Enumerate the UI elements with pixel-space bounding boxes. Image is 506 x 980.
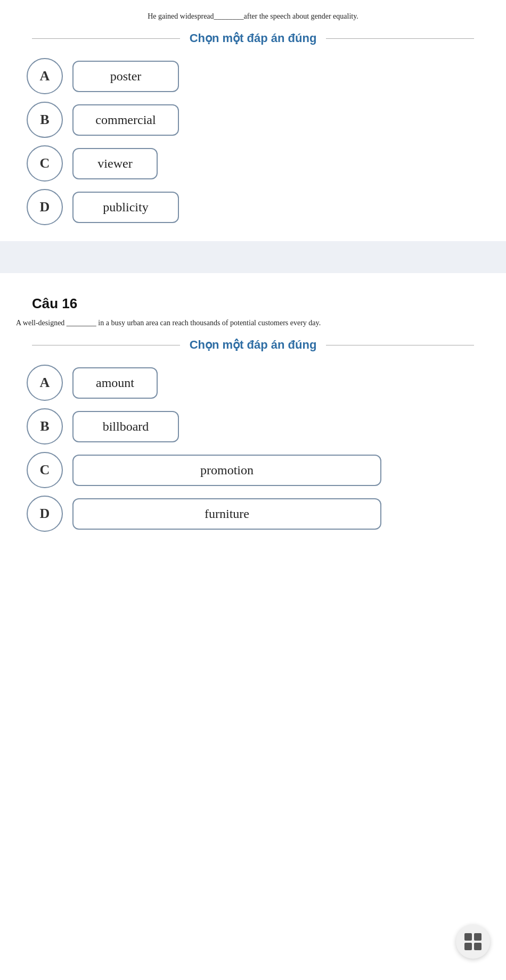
fab-grid-cell-4 <box>474 943 481 950</box>
section-label-16: Chọn một đáp án đúng <box>180 338 327 352</box>
fab-grid-cell-3 <box>464 943 472 950</box>
option-circle-15-a[interactable]: A <box>27 58 63 94</box>
option-box-15-a[interactable]: poster <box>72 61 179 92</box>
option-box-15-b[interactable]: commercial <box>72 104 179 136</box>
fab-grid-button[interactable] <box>456 925 490 959</box>
option-box-15-c[interactable]: viewer <box>72 148 158 179</box>
option-circle-16-a[interactable]: A <box>27 365 63 401</box>
question-16-block: Câu 16 A well-designed ________ in a bus… <box>0 273 506 548</box>
fab-grid-icon <box>464 933 481 950</box>
section-divider-15: Chọn một đáp án đúng <box>32 31 474 45</box>
fab-grid-cell-2 <box>474 933 481 941</box>
section-divider-16: Chọn một đáp án đúng <box>32 338 474 352</box>
fab-grid-cell-1 <box>464 933 472 941</box>
question-15-sentence: He gained widespread________after the sp… <box>16 11 490 22</box>
option-row-16-a[interactable]: A amount <box>27 365 479 401</box>
option-box-16-d[interactable]: furniture <box>72 498 381 530</box>
option-row-15-a[interactable]: A poster <box>27 58 479 94</box>
option-circle-15-b[interactable]: B <box>27 102 63 138</box>
option-row-15-b[interactable]: B commercial <box>27 102 479 138</box>
option-circle-16-d[interactable]: D <box>27 496 63 532</box>
option-box-16-c[interactable]: promotion <box>72 455 381 486</box>
options-list-15: A poster B commercial C viewer D <box>16 58 490 225</box>
option-circle-16-b[interactable]: B <box>27 408 63 444</box>
option-box-15-d[interactable]: publicity <box>72 192 179 223</box>
option-circle-15-d[interactable]: D <box>27 189 63 225</box>
option-row-16-d[interactable]: D furniture <box>27 496 479 532</box>
options-list-16: A amount B billboard C promotion D <box>16 365 490 532</box>
option-box-16-b[interactable]: billboard <box>72 411 179 442</box>
option-row-16-c[interactable]: C promotion <box>27 452 479 488</box>
option-circle-15-c[interactable]: C <box>27 145 63 182</box>
option-box-16-a[interactable]: amount <box>72 367 158 399</box>
option-row-15-c[interactable]: C viewer <box>27 145 479 182</box>
question-16-sentence: A well-designed ________ in a busy urban… <box>16 317 490 328</box>
option-circle-16-c[interactable]: C <box>27 452 63 488</box>
question-16-header: Câu 16 <box>32 295 474 312</box>
option-row-15-d[interactable]: D publicity <box>27 189 479 225</box>
option-row-16-b[interactable]: B billboard <box>27 408 479 444</box>
question-15-block: He gained widespread________after the sp… <box>0 0 506 241</box>
section-separator <box>0 241 506 273</box>
section-label-15: Chọn một đáp án đúng <box>180 31 327 45</box>
